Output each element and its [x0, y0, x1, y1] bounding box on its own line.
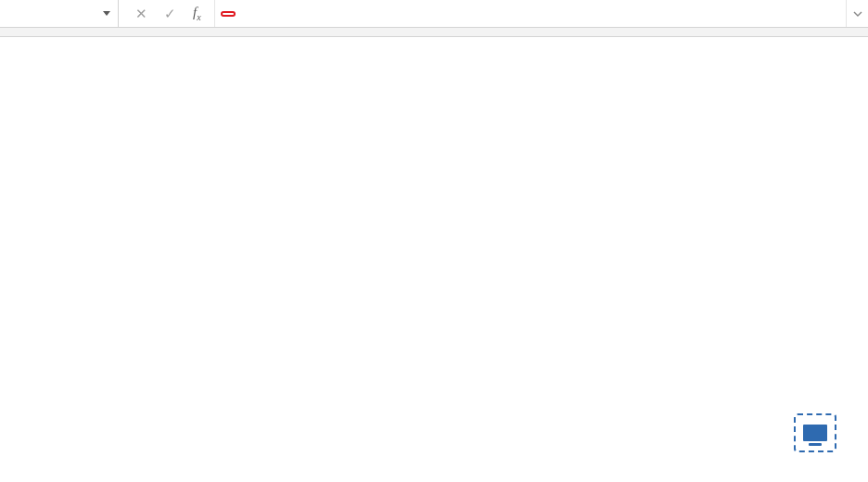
formula-input[interactable] — [215, 0, 846, 27]
formula-text — [221, 11, 236, 17]
formula-bar-actions: ✕ ✓ fx — [119, 0, 215, 27]
watermark-monitor-icon — [794, 413, 836, 452]
expand-formula-bar-icon[interactable] — [846, 0, 868, 27]
ruler-strip — [0, 28, 868, 37]
fx-icon[interactable]: fx — [193, 5, 201, 22]
cancel-icon[interactable]: ✕ — [135, 6, 147, 22]
formula-bar: ✕ ✓ fx — [0, 0, 868, 28]
watermark-logo — [794, 413, 846, 452]
name-box[interactable] — [0, 0, 119, 27]
name-box-dropdown-icon[interactable] — [103, 11, 110, 16]
confirm-icon[interactable]: ✓ — [164, 6, 176, 22]
